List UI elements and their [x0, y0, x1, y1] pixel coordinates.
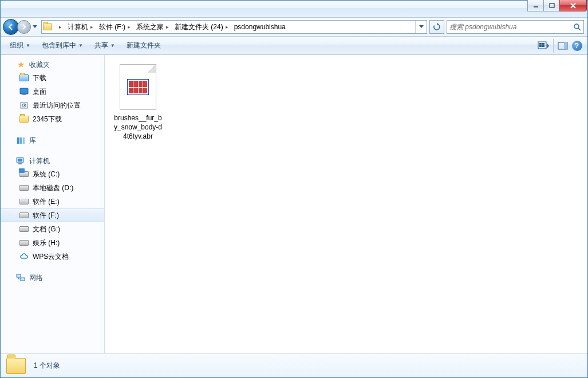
svg-rect-21 — [21, 278, 25, 281]
svg-rect-1 — [550, 3, 554, 7]
svg-rect-16 — [23, 137, 25, 144]
svg-rect-4 — [539, 43, 542, 45]
drive-icon — [19, 196, 29, 207]
sidebar-item-drive-c[interactable]: 系统 (C:) — [1, 167, 104, 181]
sidebar-header-label: 网络 — [29, 273, 43, 283]
sidebar-item-downloads[interactable]: 下载 — [1, 71, 104, 85]
sidebar-item-desktop[interactable]: 桌面 — [1, 85, 104, 99]
downloads-icon — [19, 73, 29, 83]
svg-rect-0 — [534, 6, 538, 7]
close-icon — [570, 3, 577, 9]
view-options-button[interactable] — [536, 39, 551, 53]
include-in-library-button[interactable]: 包含到库中▼ — [36, 39, 89, 53]
view-icon — [538, 41, 550, 50]
sidebar-item-wps-cloud[interactable]: WPS云文档 — [1, 250, 104, 263]
sidebar-item-drive-g[interactable]: 文档 (G:) — [1, 222, 104, 236]
sidebar-item-label: 软件 (E:) — [33, 197, 60, 207]
minimize-icon — [533, 3, 539, 9]
breadcrumb-segment[interactable]: 新建文件夹 (24)▸ — [171, 21, 231, 33]
preview-pane-icon — [558, 42, 568, 50]
folder-icon — [19, 114, 29, 124]
sidebar-favorites-group: ▷ ★ 收藏夹 下载 桌面 最近访问的位置 23 — [1, 58, 104, 126]
status-bar: 1 个对象 — [1, 353, 587, 377]
sidebar-item-label: 下载 — [33, 73, 46, 83]
new-folder-button[interactable]: 新建文件夹 — [121, 39, 167, 53]
file-label: brushes__fur_by_snow_body-d4t6tyv.abr — [113, 113, 163, 141]
body: ▷ ★ 收藏夹 下载 桌面 最近访问的位置 23 — [1, 55, 587, 353]
sidebar-item-drive-h[interactable]: 娱乐 (H:) — [1, 236, 104, 250]
sidebar-item-label: 最近访问的位置 — [33, 101, 81, 111]
maximize-icon — [549, 3, 555, 9]
minimize-button[interactable] — [527, 0, 544, 11]
maximize-button[interactable] — [543, 0, 560, 11]
sidebar-header-label: 计算机 — [29, 156, 50, 166]
window-controls — [527, 0, 587, 11]
arrow-right-icon — [21, 23, 27, 30]
recent-icon — [19, 100, 29, 111]
sidebar-header-label: 库 — [29, 136, 36, 145]
status-text: 1 个对象 — [34, 361, 60, 371]
sidebar-item-label: 2345下载 — [33, 115, 62, 124]
sidebar-computer-header[interactable]: ▷ 计算机 — [1, 155, 104, 167]
drive-icon — [19, 224, 29, 234]
file-pane[interactable]: brushes__fur_by_snow_body-d4t6tyv.abr — [105, 55, 587, 353]
sidebar-item-label: 桌面 — [33, 87, 46, 97]
sidebar-item-label: 本地磁盘 (D:) — [33, 183, 73, 193]
share-button[interactable]: 共享▼ — [89, 39, 121, 53]
breadcrumb-segment[interactable]: 软件 (F:)▸ — [96, 21, 133, 33]
drive-icon — [19, 238, 29, 248]
svg-rect-11 — [22, 94, 26, 95]
sidebar-item-recent[interactable]: 最近访问的位置 — [1, 99, 104, 112]
close-button[interactable] — [559, 0, 587, 11]
preview-pane-button[interactable] — [553, 39, 568, 53]
sidebar-item-drive-f[interactable]: 软件 (F:) — [1, 208, 104, 222]
address-dropdown[interactable] — [415, 21, 427, 33]
file-thumbnail — [120, 64, 156, 110]
help-button[interactable]: ? — [569, 39, 584, 53]
forward-button[interactable] — [17, 20, 31, 34]
breadcrumb-segment[interactable]: 计算机▸ — [64, 21, 96, 33]
drive-icon — [19, 169, 29, 179]
help-icon: ? — [572, 41, 582, 51]
computer-icon — [15, 156, 26, 166]
search-box[interactable] — [447, 20, 584, 34]
sidebar-item-drive-d[interactable]: 本地磁盘 (D:) — [1, 181, 104, 195]
sidebar-favorites-header[interactable]: ▷ ★ 收藏夹 — [1, 58, 104, 71]
star-icon: ★ — [15, 60, 26, 70]
breadcrumb-root[interactable]: ▸ — [53, 21, 64, 33]
back-button[interactable] — [3, 19, 19, 35]
svg-rect-19 — [18, 163, 22, 164]
toolbar: 组织▼ 包含到库中▼ 共享▼ 新建文件夹 ? — [1, 37, 587, 55]
sidebar-item-drive-e[interactable]: 软件 (E:) — [1, 195, 104, 208]
chevron-down-icon — [33, 25, 37, 29]
breadcrumb-segment[interactable]: 系统之家▸ — [133, 21, 171, 33]
search-input[interactable] — [449, 23, 573, 31]
file-item[interactable]: brushes__fur_by_snow_body-d4t6tyv.abr — [111, 62, 165, 144]
address-bar[interactable]: ▸ 计算机▸ 软件 (F:)▸ 系统之家▸ 新建文件夹 (24)▸ psdong… — [41, 20, 427, 34]
svg-point-2 — [574, 24, 579, 29]
explorer-window: ▸ 计算机▸ 软件 (F:)▸ 系统之家▸ 新建文件夹 (24)▸ psdong… — [0, 0, 588, 378]
svg-rect-7 — [542, 45, 544, 47]
drive-icon — [19, 210, 29, 220]
sidebar-network-header[interactable]: ▷ 网络 — [1, 271, 104, 284]
sidebar-item-label: 软件 (F:) — [33, 211, 59, 220]
folder-icon — [42, 23, 53, 30]
sidebar-libraries-header[interactable]: ▷ 库 — [1, 134, 104, 147]
chevron-down-icon — [419, 25, 424, 29]
sidebar-item-2345[interactable]: 2345下载 — [1, 112, 104, 126]
nav-buttons — [3, 19, 39, 35]
breadcrumb-segment[interactable]: psdongwubishua — [231, 21, 288, 33]
svg-rect-9 — [564, 42, 567, 49]
abr-icon — [127, 79, 149, 95]
sidebar-item-label: 文档 (G:) — [33, 225, 60, 234]
sidebar-header-label: 收藏夹 — [29, 60, 50, 70]
svg-rect-15 — [20, 137, 22, 144]
drive-icon — [19, 183, 29, 193]
search-icon[interactable] — [573, 23, 581, 31]
svg-rect-5 — [542, 43, 544, 45]
refresh-button[interactable] — [429, 20, 444, 34]
svg-rect-20 — [17, 274, 21, 277]
organize-button[interactable]: 组织▼ — [4, 39, 36, 53]
history-dropdown[interactable] — [31, 21, 39, 33]
network-icon — [15, 273, 26, 283]
